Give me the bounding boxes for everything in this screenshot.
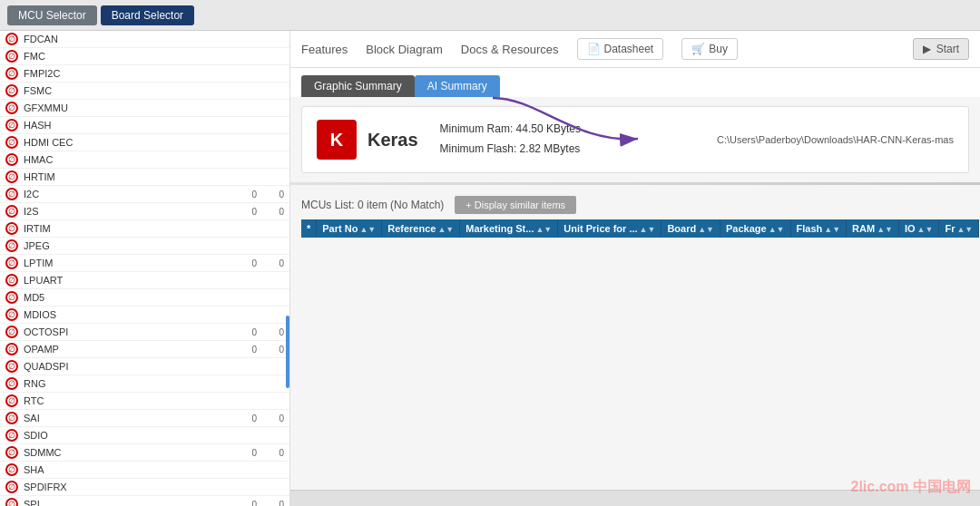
no-icon: ∅ bbox=[5, 429, 18, 442]
no-icon: ∅ bbox=[5, 412, 18, 424]
mcu-list-section: MCUs List: 0 item (No Match) + Display s… bbox=[290, 190, 980, 219]
item-name: JPEG bbox=[24, 240, 230, 251]
item-name: OCTOSPI bbox=[24, 326, 230, 337]
list-item[interactable]: ∅ SHA bbox=[0, 462, 289, 479]
item-count1: 0 bbox=[230, 448, 257, 458]
item-name: MD5 bbox=[24, 292, 230, 303]
col-header-unit-price-for-...[interactable]: Unit Price for ...▲▼ bbox=[558, 219, 662, 238]
mcu-selector-tab[interactable]: MCU Selector bbox=[7, 5, 97, 25]
col-header-package[interactable]: Package▲▼ bbox=[720, 219, 790, 238]
board-selector-tab[interactable]: Board Selector bbox=[101, 5, 194, 25]
start-btn[interactable]: ▶ Start bbox=[913, 38, 969, 60]
no-icon: ∅ bbox=[5, 481, 18, 493]
main-layout: ∅ FDCAN ∅ FMC ∅ FMPI2C ∅ FSMC ∅ GFXMMU ∅… bbox=[0, 31, 980, 506]
list-item[interactable]: ∅ I2S 0 0 bbox=[0, 203, 289, 220]
item-name: IRTIM bbox=[24, 223, 230, 234]
tab-docs-resources[interactable]: Docs & Resources bbox=[461, 39, 559, 60]
item-name: SHA bbox=[24, 464, 230, 475]
list-item[interactable]: ∅ SPI 0 0 bbox=[0, 496, 289, 506]
item-count1: 0 bbox=[230, 258, 257, 268]
start-icon: ▶ bbox=[923, 43, 931, 55]
list-item[interactable]: ∅ SDMMC 0 0 bbox=[0, 444, 289, 462]
item-count2: 0 bbox=[257, 190, 284, 199]
scroll-indicator[interactable] bbox=[286, 316, 289, 388]
mcu-list-label: MCUs List: 0 item (No Match) bbox=[301, 199, 444, 211]
list-item[interactable]: ∅ RTC bbox=[0, 393, 289, 410]
col-header-*[interactable]: * bbox=[301, 219, 317, 238]
item-name: RNG bbox=[24, 378, 230, 389]
list-item[interactable]: ∅ OCTOSPI 0 0 bbox=[0, 324, 289, 341]
list-item[interactable]: ∅ HRTIM bbox=[0, 169, 289, 186]
list-item[interactable]: ∅ HASH bbox=[0, 117, 289, 134]
list-item[interactable]: ∅ QUADSPI bbox=[0, 358, 289, 375]
col-header-marketing-st...[interactable]: Marketing St...▲▼ bbox=[460, 219, 558, 238]
list-item[interactable]: ∅ I2C 0 0 bbox=[0, 186, 289, 203]
keras-path: C:\Users\Paderboy\Downloads\HAR-CNN-Kera… bbox=[717, 134, 954, 145]
mcu-table: *Part No▲▼Reference▲▼Marketing St...▲▼Un… bbox=[301, 219, 979, 238]
list-item[interactable]: ∅ SPDIFRX bbox=[0, 479, 289, 496]
list-item[interactable]: ∅ SAI 0 0 bbox=[0, 410, 289, 427]
item-name: SDMMC bbox=[24, 447, 230, 458]
tab-features[interactable]: Features bbox=[301, 39, 348, 60]
list-item[interactable]: ∅ HDMI CEC bbox=[0, 134, 289, 151]
list-item[interactable]: ∅ FMC bbox=[0, 48, 289, 65]
watermark: 2lic.com 中国电网 bbox=[851, 478, 971, 497]
col-header-ram[interactable]: RAM▲▼ bbox=[847, 219, 899, 238]
list-item[interactable]: ∅ FMPI2C bbox=[0, 65, 289, 83]
tab-block-diagram[interactable]: Block Diagram bbox=[366, 39, 443, 60]
col-header-fr[interactable]: Fr▲▼ bbox=[939, 219, 979, 238]
no-icon: ∅ bbox=[5, 136, 18, 149]
list-item[interactable]: ∅ LPUART bbox=[0, 272, 289, 289]
col-header-flash[interactable]: Flash▲▼ bbox=[790, 219, 847, 238]
datasheet-btn[interactable]: 📄 Datasheet bbox=[577, 38, 664, 60]
no-icon: ∅ bbox=[5, 394, 18, 407]
no-icon: ∅ bbox=[5, 360, 18, 373]
item-name: HMAC bbox=[24, 154, 230, 165]
item-name: SPI bbox=[24, 499, 230, 506]
no-icon: ∅ bbox=[5, 67, 18, 80]
col-header-reference[interactable]: Reference▲▼ bbox=[382, 219, 460, 238]
list-item[interactable]: ∅ OPAMP 0 0 bbox=[0, 341, 289, 358]
no-icon: ∅ bbox=[5, 153, 18, 166]
subtab-graphic[interactable]: Graphic Summary bbox=[301, 75, 415, 97]
list-item[interactable]: ∅ HMAC bbox=[0, 151, 289, 169]
display-similar-btn[interactable]: + Display similar items bbox=[455, 196, 576, 214]
list-item[interactable]: ∅ GFXMMU bbox=[0, 100, 289, 117]
no-icon: ∅ bbox=[5, 498, 18, 506]
list-item[interactable]: ∅ FSMC bbox=[0, 83, 289, 100]
item-count2: 0 bbox=[257, 258, 284, 268]
item-name: GFXMMU bbox=[24, 102, 230, 113]
item-name: RTC bbox=[24, 395, 230, 406]
section-divider bbox=[290, 182, 980, 185]
list-item[interactable]: ∅ IRTIM bbox=[0, 220, 289, 238]
list-item[interactable]: ∅ LPTIM 0 0 bbox=[0, 255, 289, 272]
list-item[interactable]: ∅ RNG bbox=[0, 375, 289, 393]
buy-icon: 🛒 bbox=[691, 43, 705, 55]
item-name: HRTIM bbox=[24, 171, 230, 182]
keras-name: Keras bbox=[368, 130, 418, 151]
item-count1: 0 bbox=[230, 414, 257, 423]
buy-btn[interactable]: 🛒 Buy bbox=[681, 38, 738, 60]
table-header: *Part No▲▼Reference▲▼Marketing St...▲▼Un… bbox=[301, 219, 979, 238]
list-item[interactable]: ∅ SDIO bbox=[0, 427, 289, 444]
list-item[interactable]: ∅ MDIOS bbox=[0, 307, 289, 324]
no-icon: ∅ bbox=[5, 308, 18, 321]
col-header-part-no[interactable]: Part No▲▼ bbox=[317, 219, 382, 238]
item-name: SAI bbox=[24, 413, 230, 423]
item-name: LPTIM bbox=[24, 258, 230, 268]
item-name: LPUART bbox=[24, 275, 230, 286]
item-count2: 0 bbox=[257, 345, 284, 355]
col-header-board[interactable]: Board▲▼ bbox=[662, 219, 720, 238]
item-name: I2C bbox=[24, 189, 230, 199]
keras-card: K Keras Minimum Ram: 44.50 KBytes Minimu… bbox=[301, 106, 969, 173]
no-icon: ∅ bbox=[5, 102, 18, 114]
list-item[interactable]: ∅ FDCAN bbox=[0, 31, 289, 48]
item-name: HASH bbox=[24, 120, 230, 131]
list-item[interactable]: ∅ MD5 bbox=[0, 289, 289, 307]
no-icon: ∅ bbox=[5, 377, 18, 390]
no-icon: ∅ bbox=[5, 84, 18, 97]
no-icon: ∅ bbox=[5, 205, 18, 218]
item-count1: 0 bbox=[230, 190, 257, 199]
list-item[interactable]: ∅ JPEG bbox=[0, 238, 289, 255]
col-header-io[interactable]: IO▲▼ bbox=[898, 219, 938, 238]
